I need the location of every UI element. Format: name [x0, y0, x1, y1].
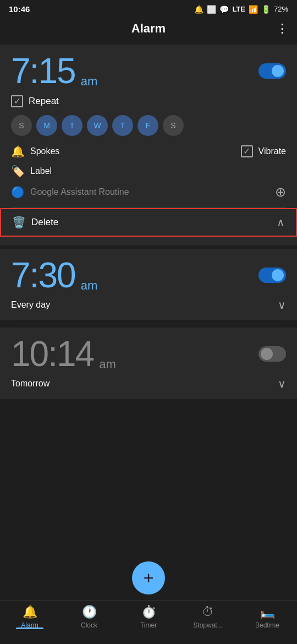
- status-right: 🔔 ⬜ 💬 LTE 📶 🔋 72%: [194, 5, 288, 14]
- battery-icon: 🔋: [261, 5, 271, 14]
- expand-chevron-icon-3[interactable]: ∨: [278, 377, 286, 390]
- alarm-2-toggle[interactable]: [258, 268, 286, 283]
- nav-stopwatch[interactable]: ⏱ Stopwat...: [178, 605, 238, 629]
- bedtime-nav-icon: 🛏️: [260, 605, 275, 619]
- delete-button[interactable]: 🗑️ Delete: [12, 216, 58, 229]
- status-bar: 10:46 🔔 ⬜ 💬 LTE 📶 🔋 72%: [0, 0, 297, 16]
- menu-button[interactable]: ⋮: [276, 21, 288, 36]
- label-icon: 🏷️: [11, 165, 25, 178]
- alarm-card-1: 7:15 am ✓ Repeat S M T W T F S 🔔: [0, 45, 297, 245]
- alarm-2-toggle-knob: [272, 269, 284, 281]
- day-sunday[interactable]: S: [11, 115, 32, 136]
- divider-2: [11, 324, 286, 324]
- alarm-1-toggle[interactable]: [258, 63, 286, 79]
- day-thursday[interactable]: T: [112, 115, 133, 136]
- alarm-2-time-row: 7:30 am: [11, 258, 286, 293]
- checkmark-icon: ✓: [14, 97, 21, 106]
- alarm-3-time: 10:14 am: [11, 336, 116, 372]
- ringtone-option[interactable]: 🔔 Spokes: [11, 145, 59, 158]
- nav-timer[interactable]: ⏱️ Timer: [119, 605, 178, 629]
- expand-chevron-icon-2[interactable]: ∨: [278, 298, 286, 312]
- google-assistant-icon: 🔵: [11, 185, 25, 199]
- timer-nav-icon: ⏱️: [141, 605, 156, 619]
- alarm-3-toggle-knob: [261, 348, 273, 360]
- alarm-2-repeat-row: Every day ∨: [11, 298, 286, 312]
- clock-nav-label: Clock: [81, 621, 97, 629]
- main-content: 7:15 am ✓ Repeat S M T W T F S 🔔: [0, 41, 297, 592]
- alarm-3-ampm: am: [96, 357, 116, 371]
- timer-nav-label: Timer: [140, 621, 157, 629]
- alarm-1-repeat-row[interactable]: ✓ Repeat: [11, 95, 286, 107]
- day-tuesday[interactable]: T: [62, 115, 82, 136]
- bedtime-nav-label: Bedtime: [255, 621, 279, 629]
- network-type: LTE: [232, 5, 245, 13]
- alarm-1-repeat-checkbox[interactable]: ✓: [11, 95, 23, 107]
- add-circle-icon[interactable]: ⊕: [275, 184, 286, 200]
- alarm-1-time: 7:15 am: [11, 53, 97, 89]
- alarm-1-repeat-label: Repeat: [29, 96, 59, 107]
- alarm-1-label-text: Label: [30, 166, 52, 176]
- day-friday[interactable]: F: [138, 115, 158, 136]
- alarm-nav-icon: 🔔: [23, 605, 37, 619]
- add-alarm-fab[interactable]: +: [132, 561, 165, 594]
- fab-plus-icon: +: [144, 569, 154, 587]
- delete-row: 🗑️ Delete ∧: [0, 208, 297, 237]
- alarm-1-options-row: 🔔 Spokes ✓ Vibrate: [11, 145, 286, 158]
- assistant-text: Google Assistant Routine: [30, 187, 129, 197]
- alarm-1-ampm: am: [78, 74, 98, 88]
- vibrate-checkbox[interactable]: ✓: [241, 145, 253, 157]
- ringtone-label: Spokes: [30, 146, 59, 156]
- delete-icon: 🗑️: [12, 216, 26, 229]
- collapse-chevron-icon[interactable]: ∧: [277, 216, 285, 229]
- nav-alarm[interactable]: 🔔 Alarm: [0, 605, 59, 629]
- alarm-3-time-row: 10:14 am: [11, 336, 286, 372]
- stopwatch-nav-icon: ⏱: [202, 605, 214, 619]
- bell-icon: 🔔: [11, 145, 25, 158]
- alarm-1-toggle-knob: [272, 65, 284, 77]
- alarm-3-tomorrow-text: Tomorrow: [11, 379, 50, 389]
- bottom-nav: 🔔 Alarm 🕐 Clock ⏱️ Timer ⏱ Stopwat... 🛏️…: [0, 600, 297, 644]
- assistant-left: 🔵 Google Assistant Routine: [11, 185, 129, 199]
- signal-icon: 📶: [249, 5, 258, 14]
- day-wednesday[interactable]: W: [87, 115, 108, 136]
- alarm-1-days-row: S M T W T F S: [11, 115, 286, 136]
- delete-label: Delete: [31, 217, 58, 228]
- clock-nav-icon: 🕐: [82, 605, 97, 619]
- alarm-1-label-row[interactable]: 🏷️ Label: [11, 165, 286, 178]
- nav-clock[interactable]: 🕐 Clock: [59, 605, 119, 629]
- alarm-2-time: 7:30 am: [11, 258, 97, 293]
- alarm-2-hour-min: 7:30: [11, 255, 75, 295]
- alarm-card-3[interactable]: 10:14 am Tomorrow ∨: [0, 328, 297, 399]
- msg-icon: 💬: [219, 5, 229, 14]
- stopwatch-nav-label: Stopwat...: [193, 621, 222, 629]
- alarm-2-ampm: am: [78, 279, 98, 292]
- alarm-3-repeat-row: Tomorrow ∨: [11, 377, 286, 390]
- vibrate-checkmark-icon: ✓: [243, 147, 250, 156]
- alarm-3-hour-min: 10:14: [11, 334, 94, 374]
- alarm-2-repeat-text: Every day: [11, 300, 50, 310]
- alarm-status-icon: 🔔: [194, 5, 204, 14]
- top-bar: Alarm ⋮: [0, 16, 297, 41]
- status-time: 10:46: [9, 4, 30, 14]
- battery-level: 72%: [274, 5, 288, 13]
- vibrate-label: Vibrate: [258, 146, 286, 156]
- nav-bedtime[interactable]: 🛏️ Bedtime: [238, 605, 297, 629]
- alarm-3-toggle[interactable]: [258, 346, 286, 362]
- active-indicator: [16, 627, 43, 629]
- vibrate-option[interactable]: ✓ Vibrate: [241, 145, 286, 157]
- alarm-1-time-row: 7:15 am: [11, 53, 286, 89]
- alarm-1-hour: 7:15: [11, 51, 75, 91]
- alarm-1-assistant-row[interactable]: 🔵 Google Assistant Routine ⊕: [11, 184, 286, 208]
- day-monday[interactable]: M: [36, 115, 57, 136]
- day-saturday[interactable]: S: [163, 115, 184, 136]
- page-title: Alarm: [131, 21, 166, 36]
- alarm-card-2[interactable]: 7:30 am Every day ∨: [0, 249, 297, 320]
- screen-icon: ⬜: [207, 5, 216, 14]
